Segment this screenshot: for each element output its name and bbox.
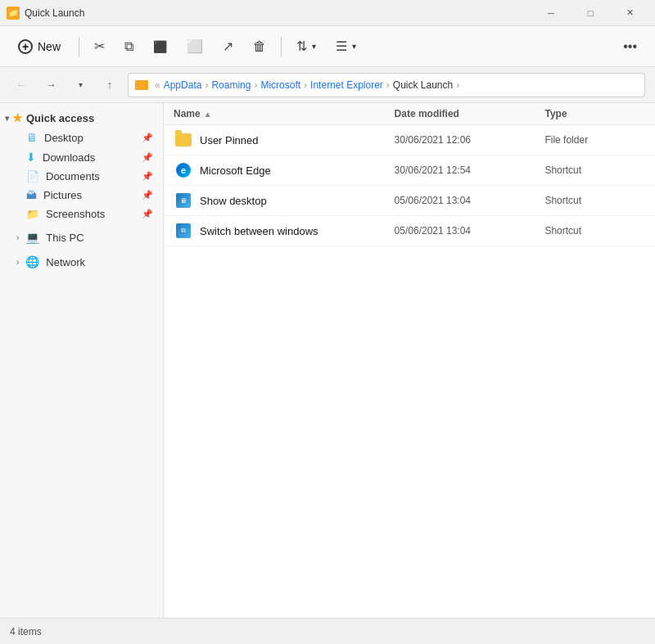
sidebar-item-desktop[interactable]: 🖥 Desktop 📌 xyxy=(3,128,160,147)
file-list-header: Name ▲ Date modified Type xyxy=(164,103,655,125)
sidebar-item-screenshots[interactable]: 📁 Screenshots 📌 xyxy=(3,205,160,223)
sort-arrow-icon: ▲ xyxy=(204,110,212,119)
sort-arrow: ▾ xyxy=(312,42,316,51)
back-button[interactable]: ← xyxy=(10,74,33,97)
up-button[interactable]: ↑ xyxy=(98,74,121,97)
sort-button[interactable]: ⇅ ▾ xyxy=(288,34,324,59)
view-button[interactable]: ☰ ▾ xyxy=(328,34,364,59)
delete-button[interactable]: 🗑 xyxy=(245,34,274,59)
minimize-button[interactable]: ─ xyxy=(532,0,570,26)
breadcrumb-folder-icon xyxy=(135,80,148,90)
file-name-cell: ⧉ Switch between windows xyxy=(174,223,395,239)
copy-icon: ⧉ xyxy=(124,39,133,54)
downloads-icon: ⬇ xyxy=(26,151,36,164)
share-button[interactable]: ↗ xyxy=(215,34,242,59)
edge-app-icon: e xyxy=(176,163,191,178)
this-pc-icon: 💻 xyxy=(25,231,39,244)
sidebar: ▾ ★ Quick access 🖥 Desktop 📌 ⬇ Downloads… xyxy=(0,103,164,618)
header-date[interactable]: Date modified xyxy=(395,108,545,119)
file-name-label: User Pinned xyxy=(200,134,259,146)
file-name-cell: User Pinned xyxy=(174,132,395,148)
breadcrumb-quicklaunch: Quick Launch xyxy=(393,79,453,91)
sidebar-item-documents[interactable]: 📄 Documents 📌 xyxy=(3,167,160,186)
paste-button[interactable]: ⬛ xyxy=(145,35,175,58)
view-arrow: ▾ xyxy=(352,42,356,51)
this-pc-section: › 💻 This PC xyxy=(0,227,163,248)
file-name-label: Microsoft Edge xyxy=(200,164,271,177)
screenshots-pin-icon: 📌 xyxy=(142,209,153,219)
file-name-cell: 🖥 Show desktop xyxy=(174,192,395,209)
window-controls: ─ □ ✕ xyxy=(532,0,648,26)
screenshots-icon: 📁 xyxy=(26,208,39,220)
edge-icon: e xyxy=(174,162,193,178)
delete-icon: 🗑 xyxy=(253,39,266,54)
rename-icon: ⬜ xyxy=(187,38,203,54)
more-button[interactable]: ••• xyxy=(615,34,645,59)
forward-button[interactable]: → xyxy=(39,74,62,97)
status-bar: 4 items xyxy=(0,618,655,644)
switch-icon: ⧉ xyxy=(174,223,193,239)
collapse-icon: ▾ xyxy=(5,114,9,123)
table-row[interactable]: 🖥 Show desktop 05/06/2021 13:04 Shortcut xyxy=(164,186,655,216)
header-name[interactable]: Name ▲ xyxy=(174,108,395,119)
toolbar: + New ✂ ⧉ ⬛ ⬜ ↗ 🗑 ⇅ ▾ ☰ ▾ ••• xyxy=(0,26,655,67)
breadcrumb-roaming[interactable]: Roaming xyxy=(211,79,251,91)
file-date-cell: 30/06/2021 12:54 xyxy=(395,164,545,176)
folder-icon xyxy=(174,132,193,148)
close-button[interactable]: ✕ xyxy=(611,0,648,26)
sort-icon: ⇅ xyxy=(296,38,307,54)
table-row[interactable]: ⧉ Switch between windows 05/06/2021 13:0… xyxy=(164,216,655,246)
sidebar-item-downloads[interactable]: ⬇ Downloads 📌 xyxy=(3,147,160,167)
maximize-button[interactable]: □ xyxy=(571,0,609,26)
documents-icon: 📄 xyxy=(26,170,39,182)
table-row[interactable]: e Microsoft Edge 30/06/2021 12:54 Shortc… xyxy=(164,155,655,186)
new-button[interactable]: + New xyxy=(10,34,72,59)
network-label: Network xyxy=(46,256,85,268)
quick-access-section: ▾ ★ Quick access 🖥 Desktop 📌 ⬇ Downloads… xyxy=(0,108,163,223)
paste-icon: ⬛ xyxy=(153,40,167,53)
header-type[interactable]: Type xyxy=(544,108,645,119)
breadcrumb-appdata[interactable]: AppData xyxy=(164,79,202,91)
table-row[interactable]: User Pinned 30/06/2021 12:06 File folder xyxy=(164,125,655,155)
toolbar-divider-1 xyxy=(79,37,79,56)
toolbar-divider-2 xyxy=(281,37,282,56)
file-date-cell: 05/06/2021 13:04 xyxy=(395,195,545,206)
sidebar-item-pictures[interactable]: 🏔 Pictures 📌 xyxy=(3,186,160,205)
copy-button[interactable]: ⧉ xyxy=(116,34,142,59)
file-name-cell: e Microsoft Edge xyxy=(174,162,395,178)
quick-access-star-icon: ★ xyxy=(12,111,23,124)
switch-app-icon: ⧉ xyxy=(176,223,191,238)
sidebar-item-this-pc[interactable]: › 💻 This PC xyxy=(3,227,160,248)
file-type-cell: Shortcut xyxy=(544,225,645,236)
file-name-label: Switch between windows xyxy=(200,225,318,237)
downloads-pin-icon: 📌 xyxy=(142,152,153,163)
file-list: Name ▲ Date modified Type User Pinned 30… xyxy=(164,103,655,618)
quick-access-header[interactable]: ▾ ★ Quick access xyxy=(0,108,163,128)
desktop-icon: 🖥 xyxy=(26,131,38,144)
item-count-label: 4 items xyxy=(10,626,42,637)
pictures-pin-icon: 📌 xyxy=(142,190,153,200)
shortcut-icon: 🖥 xyxy=(174,192,193,209)
rename-button[interactable]: ⬜ xyxy=(178,34,211,59)
downloads-label: Downloads xyxy=(43,151,95,164)
chevron-right-network: › xyxy=(16,258,19,267)
window-title: Quick Launch xyxy=(25,7,84,19)
breadcrumb-ie[interactable]: Internet Explorer xyxy=(310,79,383,91)
quick-access-label: Quick access xyxy=(26,112,94,124)
file-type-cell: File folder xyxy=(544,134,645,146)
folder-yellow-icon xyxy=(175,133,192,146)
recent-button[interactable]: ▾ xyxy=(69,74,92,97)
file-date-cell: 30/06/2021 12:06 xyxy=(395,134,545,146)
breadcrumb-microsoft[interactable]: Microsoft xyxy=(260,79,300,91)
main-layout: ▾ ★ Quick access 🖥 Desktop 📌 ⬇ Downloads… xyxy=(0,103,655,618)
documents-label: Documents xyxy=(46,170,100,182)
file-type-cell: Shortcut xyxy=(544,195,645,206)
cut-button[interactable]: ✂ xyxy=(86,34,113,59)
breadcrumb[interactable]: « AppData › Roaming › Microsoft › Intern… xyxy=(128,73,645,97)
sidebar-item-network[interactable]: › 🌐 Network xyxy=(3,251,160,272)
network-icon: 🌐 xyxy=(25,255,39,268)
file-type-cell: Shortcut xyxy=(544,164,645,176)
pictures-label: Pictures xyxy=(43,189,82,201)
title-bar: 📁 Quick Launch ─ □ ✕ xyxy=(0,0,655,26)
app-icon: 📁 xyxy=(7,7,20,20)
